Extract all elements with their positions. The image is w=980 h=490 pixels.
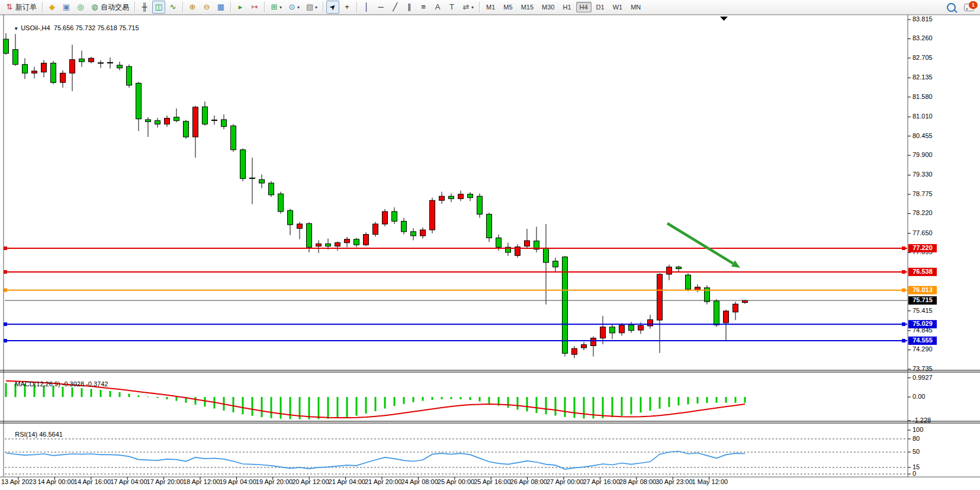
candle-body <box>79 59 85 62</box>
vertical-line-icon[interactable]: │ <box>360 1 373 14</box>
candle <box>373 222 378 237</box>
macd-histogram-bar <box>612 397 613 417</box>
macd-histogram-bar <box>72 387 73 397</box>
horizontal-line-icon: ─ <box>377 1 385 13</box>
market-watch-icon: ◆ <box>48 1 56 13</box>
text-icon[interactable]: A <box>431 1 444 14</box>
time-axis-label: 27 Apr 00:00 <box>547 478 583 485</box>
candle <box>51 61 56 84</box>
candle-body <box>458 194 464 199</box>
market-watch-icon[interactable]: ◆ <box>46 1 59 14</box>
time-axis-label: 21 Apr 04:00 <box>329 478 365 485</box>
line-chart-icon[interactable]: ∿ <box>166 1 179 14</box>
macd-histogram-bar <box>53 386 54 398</box>
search-icon[interactable] <box>947 3 956 12</box>
candle <box>269 181 274 197</box>
macd-histogram-bar <box>470 397 471 400</box>
macd-histogram-bar <box>43 386 45 398</box>
macd-histogram-bar <box>640 397 642 412</box>
macd-histogram-bar <box>697 397 699 403</box>
chevron-down-icon[interactable]: ▾ <box>297 5 300 10</box>
ohlc-bars-icon: ╫ <box>140 1 149 13</box>
timeframe-m15[interactable]: M15 <box>518 2 537 12</box>
candle-body <box>240 150 246 179</box>
horizontal-line-icon[interactable]: ─ <box>374 1 387 14</box>
auto-scroll-icon[interactable]: ▸ <box>234 1 247 14</box>
candle <box>278 192 284 214</box>
macd-histogram-bar <box>128 394 130 398</box>
macd-histogram-bar <box>384 397 386 409</box>
line-endpoint <box>4 339 7 342</box>
candle-body <box>686 275 691 289</box>
label-icon[interactable]: T <box>445 1 458 14</box>
time-axis-label: 28 Apr 08:00 <box>619 478 656 485</box>
timeframe-m1[interactable]: M1 <box>483 2 499 12</box>
timeframe-m30[interactable]: M30 <box>538 2 558 12</box>
macd-histogram-bar <box>441 397 443 399</box>
time-axis[interactable]: 13 Apr 202314 Apr 00:0014 Apr 16:0017 Ap… <box>1 477 728 485</box>
candle-body <box>496 238 502 247</box>
macd-histogram-bar <box>555 397 557 416</box>
ohlc-bars-icon[interactable]: ╫ <box>138 1 151 14</box>
candle-body <box>392 212 397 221</box>
fibonacci-icon[interactable]: ≡ <box>417 1 430 14</box>
axis-label: 79.330 <box>912 171 933 178</box>
trendline-icon[interactable]: ╱ <box>388 1 401 14</box>
chevron-down-icon[interactable]: ▾ <box>315 5 317 10</box>
axis-label: 77.650 <box>912 229 933 236</box>
macd-histogram-bar <box>422 397 424 401</box>
templates-icon[interactable]: ▤▾ <box>303 1 320 14</box>
signals-icon[interactable]: ◎ <box>74 1 87 14</box>
auto-trading-button-label: 自动交易 <box>101 2 129 12</box>
time-axis-label: 1 May 12:00 <box>692 478 728 485</box>
candle-body <box>184 121 189 137</box>
line-endpoint <box>902 289 905 292</box>
cursor-icon[interactable]: ➤ <box>326 1 339 14</box>
timeframe-h1[interactable]: H1 <box>559 2 574 12</box>
periodicity-icon[interactable]: ⊙▾ <box>285 1 302 14</box>
axis-label: 78.775 <box>912 190 933 197</box>
zoom-out-icon[interactable]: ⊖ <box>200 1 213 14</box>
timeframe-mn[interactable]: MN <box>627 2 644 12</box>
axis-label: 81.010 <box>912 113 933 120</box>
candle-body <box>32 71 37 73</box>
zoom-in-icon[interactable]: ⊕ <box>186 1 199 14</box>
arrows-icon[interactable]: ⇄▾ <box>460 1 476 14</box>
candle-body <box>629 325 634 330</box>
time-axis-label: 17 Apr 04:00 <box>110 478 147 485</box>
new-chart-icon: ⊞ <box>270 1 278 13</box>
time-axis-label: 21 Apr 20:00 <box>365 478 401 485</box>
macd-histogram-bar <box>110 391 111 397</box>
data-window-icon: ▣ <box>62 1 70 13</box>
timeframe-h4[interactable]: H4 <box>576 2 592 12</box>
chevron-down-icon[interactable]: ▾ <box>471 5 474 10</box>
candlestick-icon[interactable]: ◫ <box>152 1 165 14</box>
candle-body <box>231 126 236 149</box>
macd-histogram-bar <box>365 397 367 414</box>
macd-histogram-bar <box>716 397 718 403</box>
macd-histogram-bar <box>166 397 168 399</box>
candle <box>383 209 388 226</box>
chart-shift-icon[interactable]: ↦ <box>248 1 261 14</box>
macd-histogram-bar <box>460 397 462 399</box>
notifications-icon[interactable]: 1 <box>964 4 974 11</box>
equidistant-channel-icon[interactable]: ∥ <box>403 1 416 14</box>
new-order-icon: ⇅ <box>5 1 14 13</box>
tile-windows-icon[interactable]: ▦ <box>214 1 227 14</box>
toolbar-separator <box>264 2 265 12</box>
crosshair-icon[interactable]: + <box>340 1 354 14</box>
auto-trading-button[interactable]: ◍自动交易 <box>88 1 131 14</box>
chevron-down-icon[interactable]: ▾ <box>279 5 282 10</box>
candle-body <box>354 239 359 245</box>
new-chart-icon[interactable]: ⊞▾ <box>268 1 284 14</box>
timeframe-w1[interactable]: W1 <box>609 2 626 12</box>
candlestick-icon: ◫ <box>155 1 163 13</box>
candle-body <box>259 180 265 183</box>
candle-body <box>117 65 123 68</box>
candle-body <box>250 178 255 178</box>
candle <box>477 194 483 218</box>
new-order-button[interactable]: ⇅新订单 <box>3 1 39 14</box>
timeframe-m5[interactable]: M5 <box>500 2 516 12</box>
data-window-icon[interactable]: ▣ <box>60 1 73 14</box>
timeframe-d1[interactable]: D1 <box>593 2 608 12</box>
